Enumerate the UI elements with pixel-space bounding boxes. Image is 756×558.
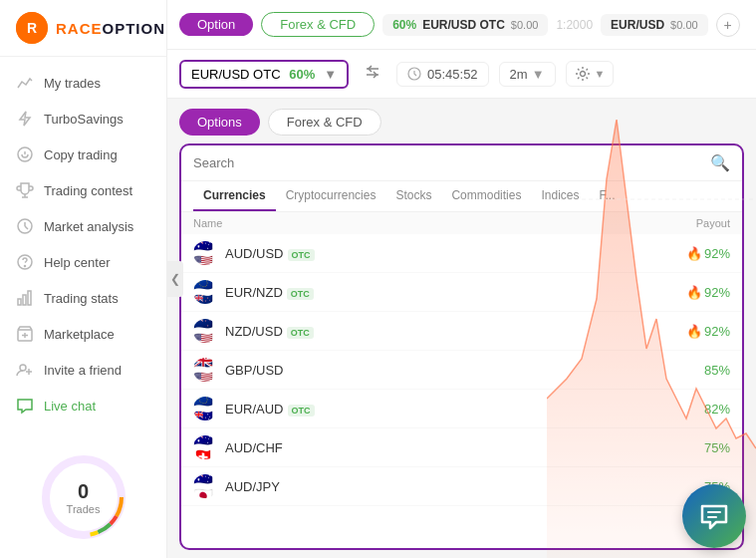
trophy-icon xyxy=(16,181,34,199)
help-icon xyxy=(16,253,34,271)
svg-point-27 xyxy=(580,72,585,77)
timeframe-selector[interactable]: 2m ▼ xyxy=(499,62,556,87)
asset-payout: 🔥92% xyxy=(686,285,730,300)
asset-type-tabs: Options Forex & CFD xyxy=(167,99,756,136)
asset2-price: $0.00 xyxy=(670,19,698,31)
stats-icon xyxy=(16,289,34,307)
asset-flag: 🇬🇧🇺🇸 xyxy=(193,358,217,382)
trades-label: Trades xyxy=(67,503,101,515)
asset1-pct: 60% xyxy=(392,18,416,32)
forex-cfd-tab[interactable]: Forex & CFD xyxy=(268,109,381,136)
sidebar-item-invite-friend[interactable]: Invite a friend xyxy=(0,352,166,388)
asset-payout: 75% xyxy=(704,440,730,455)
asset-payout: 🔥92% xyxy=(686,324,730,339)
asset-list-item[interactable]: 🇬🇧🇺🇸 GBP/USD 85% xyxy=(181,351,742,390)
asset-list: 🇦🇺🇺🇸 AUD/USDOTC 🔥92% 🇪🇺🇳🇿 EUR/NZDOTC 🔥92… xyxy=(181,234,742,513)
asset-pair-name: EUR/AUDOTC xyxy=(225,402,704,417)
search-box: 🔍 xyxy=(181,145,742,181)
svg-line-9 xyxy=(25,226,28,229)
trades-donut: 0 Trades xyxy=(39,452,128,542)
svg-rect-14 xyxy=(28,291,31,305)
sidebar-item-market-analysis[interactable]: Market analysis xyxy=(0,208,166,244)
topbar: Option Forex & CFD 60% EUR/USD OTC $0.00… xyxy=(167,0,756,50)
selected-asset-pct: 60% xyxy=(289,67,315,82)
logo-text: RACEOPTION xyxy=(56,20,165,37)
asset-payout: 85% xyxy=(704,363,730,378)
asset-pair-name: AUD/CHF xyxy=(225,440,704,455)
asset-payout: 🔥92% xyxy=(686,246,730,261)
add-asset-button[interactable]: + xyxy=(716,13,740,37)
asset-list-header: Name Payout xyxy=(181,212,742,234)
sidebar-item-trading-contest[interactable]: Trading contest xyxy=(0,172,166,208)
svg-point-11 xyxy=(25,266,26,267)
copy-icon xyxy=(16,145,34,163)
sidebar-item-turbo-savings[interactable]: TurboSavings xyxy=(0,101,166,137)
svg-rect-13 xyxy=(23,295,26,305)
asset-pair-name: NZD/USDOTC xyxy=(225,324,686,339)
asset-list-item[interactable]: 🇦🇺🇳🇿 AUD/NZD 75% xyxy=(181,506,742,513)
asset-payout: 82% xyxy=(704,402,730,417)
asset1-price: $0.00 xyxy=(511,19,539,31)
category-indices[interactable]: Indices xyxy=(531,181,589,211)
timeframe-chevron: ▼ xyxy=(532,67,545,82)
sidebar-item-copy-trading[interactable]: Copy trading xyxy=(0,137,166,172)
logo-area: R RACEOPTION xyxy=(0,0,166,57)
countdown-timer: 05:45:52 xyxy=(396,62,489,87)
options-tab[interactable]: Options xyxy=(179,109,260,136)
asset1-pill[interactable]: 60% EUR/USD OTC $0.00 xyxy=(382,14,548,36)
asset1-name: EUR/USD OTC xyxy=(422,18,505,32)
asset2-pill[interactable]: EUR/USD $0.00 xyxy=(601,14,708,36)
market-icon xyxy=(16,325,34,343)
col-payout-header: Payout xyxy=(696,217,730,229)
asset-flag: 🇳🇿🇺🇸 xyxy=(193,319,217,343)
svg-text:R: R xyxy=(27,20,37,36)
selected-asset-name: EUR/USD OTC xyxy=(191,67,281,82)
sidebar: R RACEOPTION My trades TurboSavings Copy… xyxy=(0,0,167,558)
livechat-bubble[interactable] xyxy=(682,484,746,548)
asset-flag: 🇦🇺🇨🇭 xyxy=(193,435,217,459)
timeframe-value: 2m xyxy=(510,67,528,82)
svg-marker-2 xyxy=(20,112,30,126)
sidebar-item-marketplace[interactable]: Marketplace xyxy=(0,316,166,352)
clock-icon xyxy=(407,67,421,81)
main-content: Option Forex & CFD 60% EUR/USD OTC $0.00… xyxy=(167,0,756,558)
asset-pair-name: EUR/NZDOTC xyxy=(225,285,686,300)
sidebar-item-help-center[interactable]: Help center xyxy=(0,244,166,280)
asset-dropdown-panel: 🔍 Currencies Cryptocurrencies Stocks Com… xyxy=(179,143,744,550)
asset-list-item[interactable]: 🇦🇺🇯🇵 AUD/JPY 75% xyxy=(181,467,742,506)
analysis-icon xyxy=(16,217,34,235)
tab-option-button[interactable]: Option xyxy=(179,13,253,36)
svg-rect-12 xyxy=(18,299,21,305)
dropdown-chevron: ▼ xyxy=(324,67,337,82)
sidebar-item-my-trades[interactable]: My trades xyxy=(0,65,166,101)
category-cryptocurrencies[interactable]: Cryptocurrencies xyxy=(276,181,386,211)
livechat-icon xyxy=(696,498,732,534)
gear-icon xyxy=(575,66,591,82)
category-stocks[interactable]: Stocks xyxy=(385,181,441,211)
asset-pair-name: AUD/USDOTC xyxy=(225,246,686,261)
settings-button[interactable]: ▼ xyxy=(566,61,615,87)
category-currencies[interactable]: Currencies xyxy=(193,181,276,211)
invite-icon xyxy=(16,361,34,379)
asset-list-item[interactable]: 🇳🇿🇺🇸 NZD/USDOTC 🔥92% xyxy=(181,312,742,351)
sidebar-collapse-arrow[interactable]: ❮ xyxy=(167,261,183,297)
asset-list-item[interactable]: 🇪🇺🇳🇿 EUR/NZDOTC 🔥92% xyxy=(181,273,742,312)
category-commodities[interactable]: Commodities xyxy=(441,181,531,211)
asset-selector[interactable]: EUR/USD OTC 60% ▼ xyxy=(179,60,349,89)
asset-list-item[interactable]: 🇪🇺🇦🇺 EUR/AUDOTC 82% xyxy=(181,390,742,428)
asset-pair-name: GBP/USD xyxy=(225,363,704,378)
asset-list-item[interactable]: 🇦🇺🇺🇸 AUD/USDOTC 🔥92% xyxy=(181,234,742,273)
trades-count: 0 xyxy=(67,480,101,503)
asset-pair-name: AUD/JPY xyxy=(225,479,704,494)
leverage-separator: 1:2000 xyxy=(556,18,593,32)
tab-forex-button[interactable]: Forex & CFD xyxy=(261,12,375,37)
exchange-icon-button[interactable] xyxy=(359,58,386,90)
sidebar-item-live-chat[interactable]: Live chat xyxy=(0,388,166,423)
category-more[interactable]: F... xyxy=(589,181,625,211)
asset-flag: 🇪🇺🇳🇿 xyxy=(193,280,217,304)
asset-flag: 🇦🇺🇯🇵 xyxy=(193,474,217,498)
logo-icon: R xyxy=(16,12,48,44)
search-input[interactable] xyxy=(193,155,710,170)
asset-list-item[interactable]: 🇦🇺🇨🇭 AUD/CHF 75% xyxy=(181,428,742,467)
sidebar-item-trading-stats[interactable]: Trading stats xyxy=(0,280,166,316)
